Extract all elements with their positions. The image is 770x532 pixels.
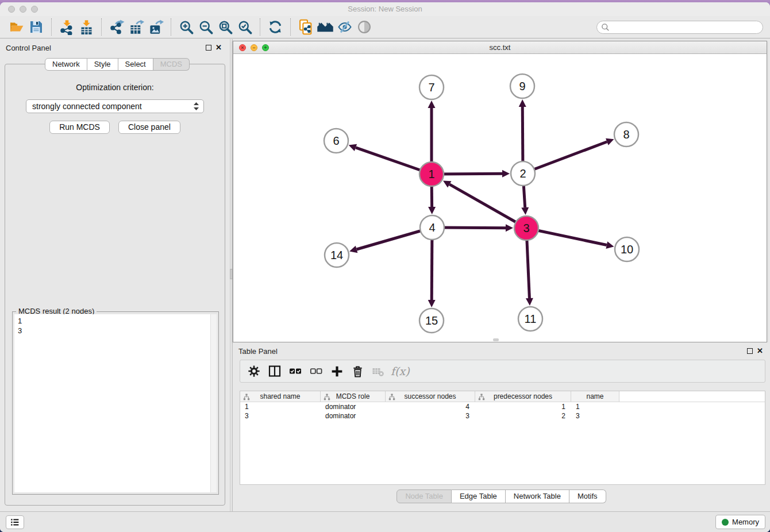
home-button[interactable] [315, 18, 335, 36]
network-window-title: scc.txt [233, 43, 767, 52]
close-panel-icon[interactable]: ✕ [215, 43, 222, 52]
table-settings-button[interactable] [245, 362, 263, 380]
cell-predecessor-nodes: 2 [475, 411, 571, 421]
save-session-button[interactable] [26, 18, 46, 36]
search-input[interactable] [613, 23, 763, 32]
tab-mcds[interactable]: MCDS [153, 58, 190, 71]
cell-successor-nodes: 4 [386, 402, 475, 411]
mcds-result-text: 1 3 [14, 314, 217, 337]
tab-edge-table[interactable]: Edge Table [452, 489, 506, 503]
graph-node-1[interactable]: 1 [419, 162, 444, 186]
run-mcds-button[interactable]: Run MCDS [49, 121, 110, 134]
export-network-button[interactable] [107, 18, 126, 36]
select-all-button[interactable] [286, 362, 305, 380]
mcds-result-group: MCDS result (2 nodes) 1 3 [12, 311, 219, 495]
close-table-panel-icon[interactable]: ✕ [757, 346, 763, 355]
open-folder-icon [9, 20, 24, 34]
toggle-column-view-button[interactable] [265, 362, 284, 380]
graph-node-2[interactable]: 2 [511, 161, 535, 186]
hide-visibility-button[interactable] [335, 18, 355, 36]
deselect-all-icon [309, 364, 323, 378]
search-field[interactable] [596, 21, 763, 34]
cell-mcds-role: dominator [321, 411, 386, 421]
node-label: 6 [333, 134, 339, 147]
duplicate-network-button[interactable] [296, 18, 315, 36]
column-header-shared-name[interactable]: shared name [240, 391, 321, 402]
cell-name: 1 [571, 402, 619, 411]
task-history-button[interactable] [6, 515, 24, 529]
toolbar-separator [171, 18, 171, 36]
tab-style[interactable]: Style [87, 58, 118, 71]
zoom-fit-icon [218, 20, 233, 35]
table-row[interactable]: 1dominator411 [240, 402, 765, 411]
control-panel-title: Control Panel [6, 44, 51, 52]
delete-column-button[interactable] [348, 362, 367, 380]
edge-2-8[interactable] [523, 142, 607, 174]
zoom-in-button[interactable] [176, 18, 196, 36]
criterion-select[interactable]: strongly connected component [26, 99, 204, 113]
tab-network-table[interactable]: Network Table [506, 489, 569, 503]
attribute-tree-icon [478, 394, 485, 400]
column-header-successor-nodes[interactable]: successor nodes [386, 391, 475, 402]
graph-node-11[interactable]: 11 [518, 307, 542, 331]
edge-3-1[interactable] [449, 184, 526, 228]
tab-network[interactable]: Network [45, 58, 87, 71]
function-builder-button[interactable]: f(x) [391, 365, 410, 377]
column-header-name[interactable]: name [571, 391, 619, 402]
list-icon [10, 517, 20, 527]
deselect-all-button[interactable] [307, 362, 325, 380]
add-column-button[interactable] [328, 362, 346, 380]
node-label: 7 [428, 81, 434, 94]
graph-node-14[interactable]: 14 [325, 243, 349, 267]
search-icon [601, 23, 610, 32]
cell-predecessor-nodes: 1 [475, 402, 571, 411]
graph-node-4[interactable]: 4 [420, 215, 444, 240]
column-label: name [586, 392, 603, 400]
graph-node-3[interactable]: 3 [514, 216, 538, 240]
graph-node-9[interactable]: 9 [510, 74, 534, 98]
import-table-button[interactable] [76, 18, 96, 36]
float-panel-icon[interactable] [206, 45, 211, 51]
graph-node-6[interactable]: 6 [324, 129, 348, 153]
result-scrollbar[interactable] [210, 314, 217, 492]
import-network-button[interactable] [57, 18, 76, 36]
memory-status-icon [722, 519, 729, 526]
mcds-result-area[interactable]: 1 3 [14, 314, 217, 492]
table-row[interactable]: 3dominator323 [240, 411, 765, 421]
node-label: 4 [429, 221, 435, 234]
tab-node-table[interactable]: Node Table [396, 489, 452, 503]
export-table-icon [129, 20, 144, 35]
window-title: Session: New Session [0, 5, 770, 13]
graph-node-8[interactable]: 8 [614, 122, 638, 147]
graph-node-15[interactable]: 15 [419, 309, 444, 333]
float-table-panel-icon[interactable] [747, 348, 753, 354]
save-floppy-icon [29, 20, 43, 34]
toolbar-separator [51, 18, 52, 36]
application-window: Session: New Session [0, 2, 770, 532]
zoom-selected-button[interactable] [235, 18, 255, 36]
tab-select[interactable]: Select [118, 58, 153, 71]
edge-arrowhead [519, 99, 526, 107]
show-visibility-button[interactable] [355, 18, 374, 36]
zoom-fit-button[interactable] [215, 18, 235, 36]
export-image-button[interactable] [146, 18, 165, 36]
export-table-button[interactable] [126, 18, 146, 36]
graph-node-10[interactable]: 10 [615, 237, 639, 261]
column-header-mcds-role[interactable]: MCDS role [321, 391, 386, 402]
graph-node-7[interactable]: 7 [419, 75, 444, 99]
zoom-out-button[interactable] [196, 18, 215, 36]
right-region: × − + scc.txt 7968124314101511 Table Pan… [233, 39, 770, 511]
cell-shared-name: 3 [240, 411, 321, 421]
table-body: 1dominator4113dominator323 [240, 402, 765, 421]
column-header-predecessor-nodes[interactable]: predecessor nodes [475, 391, 571, 402]
node-label: 10 [621, 243, 633, 256]
delete-table-button[interactable] [369, 362, 387, 380]
open-session-button[interactable] [7, 18, 26, 36]
tab-motifs[interactable]: Motifs [569, 489, 606, 503]
close-panel-button[interactable]: Close panel [118, 121, 180, 134]
mcds-tab-content: Optimization criterion: strongly connect… [5, 64, 225, 506]
canvas-scroll-handle[interactable] [493, 338, 499, 341]
network-canvas[interactable]: 7968124314101511 [233, 54, 767, 342]
refresh-button[interactable] [265, 18, 285, 36]
memory-button[interactable]: Memory [715, 515, 765, 529]
